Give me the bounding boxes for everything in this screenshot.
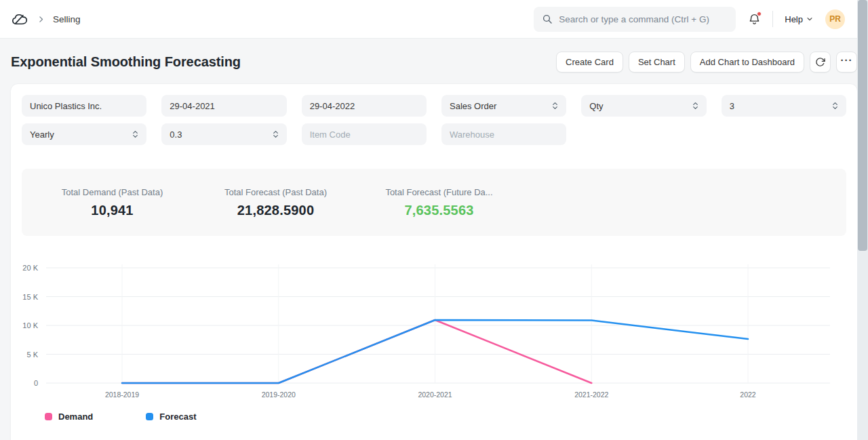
add-chart-to-dashboard-button[interactable]: Add Chart to Dashboard [690, 52, 804, 73]
x-tick-label: 2022 [740, 391, 756, 399]
x-tick-label: 2018-2019 [105, 391, 139, 399]
select-caret-icon [692, 101, 698, 111]
company-filter[interactable] [22, 95, 146, 117]
legend-item-demand: Demand [45, 412, 93, 422]
global-search[interactable] [534, 7, 736, 32]
x-tick-label: 2020-2021 [418, 391, 452, 399]
item-code-filter[interactable] [302, 123, 427, 145]
help-menu[interactable]: Help [785, 14, 814, 24]
page-title: Exponential Smoothing Forecasting [11, 54, 241, 70]
report-card: Sales Order Qty 3 Yearly 0.3 [11, 84, 857, 440]
periodicity-select[interactable]: Yearly [22, 123, 146, 145]
y-tick-label: 0 [34, 379, 38, 387]
warehouse-input[interactable] [450, 129, 558, 140]
breadcrumb: Selling [11, 10, 81, 28]
filter-bar: Sales Order Qty 3 Yearly 0.3 [22, 95, 846, 145]
summary-label: Total Forecast (Future Da... [357, 187, 521, 197]
chevron-right-icon [37, 15, 45, 24]
y-tick-label: 5 K [26, 351, 38, 359]
smoothing-constant-select[interactable]: 0.3 [161, 123, 286, 145]
y-tick-label: 20 K [22, 264, 38, 272]
to-date-filter[interactable] [302, 95, 427, 117]
summary-total-demand-past: Total Demand (Past Data) 10,941 [31, 187, 194, 218]
select-caret-icon [832, 101, 838, 111]
summary-total-forecast-past: Total Forecast (Past Data) 21,828.5900 [194, 187, 357, 218]
select-caret-icon [273, 129, 279, 139]
legend-swatch-icon [146, 413, 153, 420]
create-card-button[interactable]: Create Card [556, 52, 623, 73]
from-date-input[interactable] [170, 101, 278, 111]
item-code-input[interactable] [310, 129, 418, 140]
summary-label: Total Forecast (Past Data) [194, 187, 357, 197]
set-chart-button[interactable]: Set Chart [629, 52, 685, 73]
search-input[interactable] [559, 14, 728, 24]
ellipsis-icon: ··· [841, 55, 853, 69]
navbar: Selling Help PR [0, 0, 868, 39]
page-header: Exponential Smoothing Forecasting Create… [11, 52, 857, 73]
chart-summary: Total Demand (Past Data) 10,941 Total Fo… [22, 169, 846, 236]
y-tick-label: 10 K [22, 321, 38, 329]
summary-value: 7,635.5563 [357, 203, 521, 218]
summary-value: 10,941 [31, 203, 194, 218]
based-on-field-select[interactable]: Qty [581, 95, 706, 117]
search-icon [542, 14, 553, 24]
to-date-input[interactable] [310, 101, 418, 111]
x-tick-label: 2021-2022 [574, 391, 608, 399]
summary-total-forecast-future: Total Forecast (Future Da... 7,635.5563 [357, 187, 521, 218]
scrollbar-track[interactable] [857, 0, 868, 440]
notifications-bell-icon[interactable] [747, 12, 761, 26]
scrollbar-thumb[interactable] [858, 0, 867, 251]
y-tick-label: 15 K [22, 293, 38, 301]
periodicity-value: Yearly [30, 129, 132, 140]
x-tick-label: 2019-2020 [262, 391, 296, 399]
legend-swatch-icon [45, 413, 52, 420]
user-avatar[interactable]: PR [825, 9, 845, 29]
legend-label: Demand [58, 412, 93, 422]
select-caret-icon [552, 101, 558, 111]
warehouse-filter[interactable] [441, 123, 566, 145]
help-label: Help [785, 14, 803, 24]
legend-label: Forecast [159, 412, 196, 422]
notification-dot [757, 12, 762, 16]
based-on-field-value: Qty [589, 101, 692, 111]
breadcrumb-item-selling[interactable]: Selling [53, 14, 81, 24]
navbar-divider [772, 11, 773, 27]
menu-button[interactable]: ··· [836, 52, 857, 73]
legend-item-forecast: Forecast [146, 412, 196, 422]
no-of-years-value: 3 [730, 101, 832, 111]
page-actions: Create Card Set Chart Add Chart to Dashb… [556, 52, 857, 73]
summary-value: 21,828.5900 [194, 203, 357, 218]
based-on-document-value: Sales Order [450, 101, 552, 111]
line-chart-canvas[interactable]: 05 K10 K15 K20 K2018-20192019-20202020-2… [22, 245, 835, 409]
refresh-button[interactable] [810, 52, 831, 73]
summary-label: Total Demand (Past Data) [31, 187, 194, 197]
app-logo-icon[interactable] [11, 10, 29, 28]
from-date-filter[interactable] [161, 95, 286, 117]
no-of-years-select[interactable]: 3 [722, 95, 846, 117]
refresh-icon [815, 57, 825, 67]
smoothing-constant-value: 0.3 [170, 129, 272, 140]
select-caret-icon [132, 129, 138, 139]
company-input[interactable] [30, 101, 138, 111]
based-on-document-select[interactable]: Sales Order [441, 95, 566, 117]
chart-legend: DemandForecast [45, 409, 846, 423]
forecast-chart: 05 K10 K15 K20 K2018-20192019-20202020-2… [22, 245, 846, 423]
chevron-down-icon [806, 15, 814, 23]
